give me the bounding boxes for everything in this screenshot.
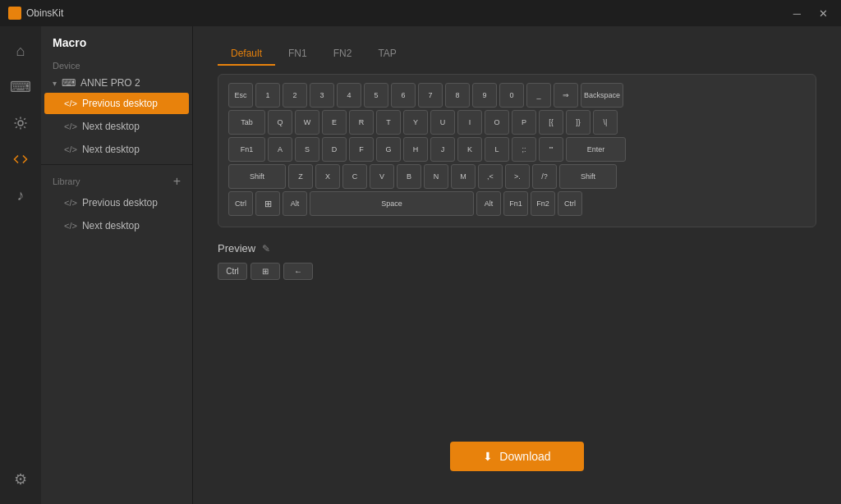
key-ctrl-right[interactable]: Ctrl — [558, 191, 582, 216]
key-a[interactable]: A — [268, 137, 292, 162]
left-panel: Macro Device ▾ ⌨ ANNE PRO 2 </> Previous… — [41, 26, 193, 504]
key-semicolon[interactable]: ;: — [512, 137, 536, 162]
preview-key-ctrl: Ctrl — [218, 263, 247, 280]
sidebar-item-macro[interactable] — [4, 143, 37, 176]
key-u[interactable]: U — [430, 110, 455, 135]
key-fn1-right[interactable]: Fn1 — [503, 191, 528, 216]
sidebar-item-home[interactable]: ⌂ — [4, 34, 37, 67]
key-win[interactable]: ⊞ — [255, 191, 280, 216]
library-header: Library + — [41, 168, 192, 191]
sidebar-item-keyboard[interactable]: ⌨ — [4, 71, 37, 103]
sidebar-item-settings[interactable]: ⚙ — [4, 463, 37, 496]
key-p[interactable]: P — [512, 110, 536, 135]
key-m[interactable]: M — [451, 164, 476, 189]
key-n[interactable]: N — [424, 164, 448, 189]
key-q[interactable]: Q — [268, 110, 292, 135]
key-k[interactable]: K — [457, 137, 482, 162]
key-enter[interactable]: Enter — [566, 137, 626, 162]
titlebar-left: ObinsKit — [8, 7, 63, 20]
key-v[interactable]: V — [370, 164, 394, 189]
library-add-button[interactable]: + — [173, 175, 181, 188]
key-t[interactable]: T — [376, 110, 401, 135]
key-4[interactable]: 4 — [337, 83, 361, 108]
key-w[interactable]: W — [295, 110, 319, 135]
minimize-button[interactable]: ─ — [788, 6, 806, 21]
key-fn1[interactable]: Fn1 — [228, 137, 265, 162]
key-j[interactable]: J — [430, 137, 455, 162]
key-ctrl-left[interactable]: Ctrl — [228, 191, 253, 216]
key-6[interactable]: 6 — [391, 83, 416, 108]
macro-icon-lib-2: </> — [64, 221, 77, 231]
preview-section: Preview ✎ Ctrl ⊞ ← — [218, 242, 816, 280]
key-backslash[interactable]: \| — [593, 110, 618, 135]
key-esc[interactable]: Esc — [228, 83, 253, 108]
download-button[interactable]: ⬇ Download — [450, 442, 583, 471]
key-r[interactable]: R — [349, 110, 374, 135]
key-space[interactable]: Space — [310, 191, 474, 216]
key-period[interactable]: >. — [505, 164, 530, 189]
key-slash[interactable]: /? — [532, 164, 557, 189]
key-b[interactable]: B — [397, 164, 421, 189]
key-e[interactable]: E — [322, 110, 347, 135]
preview-edit-icon[interactable]: ✎ — [262, 243, 270, 254]
key-comma[interactable]: ,< — [478, 164, 503, 189]
key-x[interactable]: X — [315, 164, 340, 189]
library-label: Library — [53, 176, 80, 186]
key-i[interactable]: I — [457, 110, 482, 135]
key-equals[interactable]: ⇒ — [554, 83, 578, 108]
tab-fn2[interactable]: FN2 — [320, 43, 365, 66]
tabs: Default FN1 FN2 TAP — [218, 43, 816, 66]
divider — [41, 164, 192, 165]
key-alt-left[interactable]: Alt — [283, 191, 307, 216]
key-0[interactable]: 0 — [499, 83, 524, 108]
app-title: ObinsKit — [26, 7, 63, 19]
key-7[interactable]: 7 — [418, 83, 443, 108]
key-shift-left[interactable]: Shift — [228, 164, 286, 189]
tab-default[interactable]: Default — [218, 43, 275, 66]
key-fn2[interactable]: Fn2 — [531, 191, 555, 216]
nav-item-next-desktop-2[interactable]: </> Next desktop — [44, 139, 189, 160]
device-item[interactable]: ▾ ⌨ ANNE PRO 2 — [41, 74, 192, 92]
close-button[interactable]: ✕ — [814, 6, 833, 21]
sidebar-item-lighting[interactable] — [4, 107, 37, 140]
key-f[interactable]: F — [349, 137, 374, 162]
key-l[interactable]: L — [485, 137, 509, 162]
svg-line-8 — [24, 118, 25, 120]
svg-point-0 — [18, 121, 23, 126]
key-minus[interactable]: _ — [526, 83, 551, 108]
macro-icon-1: </> — [64, 99, 77, 108]
key-tab[interactable]: Tab — [228, 110, 265, 135]
lib-item-next-desktop[interactable]: </> Next desktop — [44, 215, 189, 236]
key-2[interactable]: 2 — [283, 83, 307, 108]
key-h[interactable]: H — [403, 137, 428, 162]
key-1[interactable]: 1 — [255, 83, 280, 108]
key-5[interactable]: 5 — [364, 83, 388, 108]
key-y[interactable]: Y — [403, 110, 428, 135]
lib-item-prev-desktop[interactable]: </> Previous desktop — [44, 192, 189, 213]
key-9[interactable]: 9 — [472, 83, 497, 108]
tab-tap[interactable]: TAP — [365, 43, 409, 66]
key-s[interactable]: S — [295, 137, 319, 162]
key-c[interactable]: C — [342, 164, 367, 189]
key-shift-right[interactable]: Shift — [559, 164, 617, 189]
key-rbracket[interactable]: ]} — [566, 110, 591, 135]
app-body: ⌂ ⌨ ♪ ⚙ Macro Devi — [0, 26, 841, 504]
nav-item-prev-desktop-1[interactable]: </> Previous desktop — [44, 93, 189, 114]
key-alt-right[interactable]: Alt — [476, 191, 501, 216]
key-o[interactable]: O — [485, 110, 509, 135]
macro-icon-2: </> — [64, 121, 77, 131]
key-quote[interactable]: '" — [539, 137, 563, 162]
key-lbracket[interactable]: [{ — [539, 110, 563, 135]
nav-item-next-desktop-1[interactable]: </> Next desktop — [44, 116, 189, 137]
key-backspace[interactable]: Backspace — [581, 83, 623, 108]
key-row-5: Ctrl ⊞ Alt Space Alt Fn1 Fn2 Ctrl — [228, 191, 806, 216]
sidebar-item-music[interactable]: ♪ — [4, 179, 37, 212]
tab-fn1[interactable]: FN1 — [275, 43, 320, 66]
key-g[interactable]: G — [376, 137, 401, 162]
keyboard-container: Esc 1 2 3 4 5 6 7 8 9 0 _ ⇒ Backspace Ta… — [218, 74, 816, 227]
key-3[interactable]: 3 — [310, 83, 334, 108]
key-z[interactable]: Z — [288, 164, 313, 189]
preview-label: Preview — [218, 242, 255, 254]
key-8[interactable]: 8 — [445, 83, 470, 108]
key-d[interactable]: D — [322, 137, 347, 162]
